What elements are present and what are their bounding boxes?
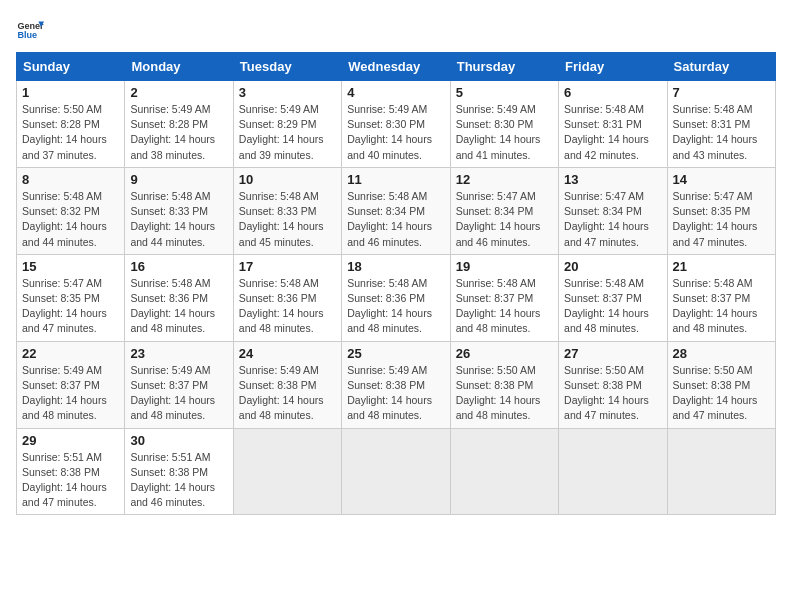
calendar-cell: 30Sunrise: 5:51 AMSunset: 8:38 PMDayligh… [125,428,233,515]
calendar-week-4: 22Sunrise: 5:49 AMSunset: 8:37 PMDayligh… [17,341,776,428]
day-number: 4 [347,85,444,100]
calendar-cell: 17Sunrise: 5:48 AMSunset: 8:36 PMDayligh… [233,254,341,341]
day-number: 8 [22,172,119,187]
calendar-cell: 24Sunrise: 5:49 AMSunset: 8:38 PMDayligh… [233,341,341,428]
page-header: General Blue [16,16,776,44]
calendar-cell [342,428,450,515]
day-number: 29 [22,433,119,448]
calendar-cell: 26Sunrise: 5:50 AMSunset: 8:38 PMDayligh… [450,341,558,428]
calendar-week-5: 29Sunrise: 5:51 AMSunset: 8:38 PMDayligh… [17,428,776,515]
calendar-table: SundayMondayTuesdayWednesdayThursdayFrid… [16,52,776,515]
day-info: Sunrise: 5:48 AMSunset: 8:31 PMDaylight:… [564,102,661,163]
day-number: 7 [673,85,770,100]
calendar-cell [450,428,558,515]
logo-icon: General Blue [16,16,44,44]
day-info: Sunrise: 5:47 AMSunset: 8:34 PMDaylight:… [564,189,661,250]
day-number: 24 [239,346,336,361]
calendar-cell: 20Sunrise: 5:48 AMSunset: 8:37 PMDayligh… [559,254,667,341]
day-info: Sunrise: 5:50 AMSunset: 8:38 PMDaylight:… [673,363,770,424]
day-number: 19 [456,259,553,274]
calendar-cell: 21Sunrise: 5:48 AMSunset: 8:37 PMDayligh… [667,254,775,341]
calendar-cell: 9Sunrise: 5:48 AMSunset: 8:33 PMDaylight… [125,167,233,254]
day-info: Sunrise: 5:48 AMSunset: 8:36 PMDaylight:… [130,276,227,337]
logo: General Blue [16,16,44,44]
day-info: Sunrise: 5:48 AMSunset: 8:37 PMDaylight:… [456,276,553,337]
day-number: 23 [130,346,227,361]
day-number: 26 [456,346,553,361]
day-info: Sunrise: 5:51 AMSunset: 8:38 PMDaylight:… [22,450,119,511]
day-number: 10 [239,172,336,187]
day-info: Sunrise: 5:49 AMSunset: 8:30 PMDaylight:… [456,102,553,163]
calendar-week-2: 8Sunrise: 5:48 AMSunset: 8:32 PMDaylight… [17,167,776,254]
calendar-cell: 16Sunrise: 5:48 AMSunset: 8:36 PMDayligh… [125,254,233,341]
day-info: Sunrise: 5:48 AMSunset: 8:33 PMDaylight:… [239,189,336,250]
column-header-sunday: Sunday [17,53,125,81]
calendar-cell: 29Sunrise: 5:51 AMSunset: 8:38 PMDayligh… [17,428,125,515]
svg-text:Blue: Blue [17,30,37,40]
calendar-cell: 6Sunrise: 5:48 AMSunset: 8:31 PMDaylight… [559,81,667,168]
calendar-cell [667,428,775,515]
day-info: Sunrise: 5:50 AMSunset: 8:28 PMDaylight:… [22,102,119,163]
day-info: Sunrise: 5:48 AMSunset: 8:34 PMDaylight:… [347,189,444,250]
day-info: Sunrise: 5:49 AMSunset: 8:28 PMDaylight:… [130,102,227,163]
day-number: 25 [347,346,444,361]
column-header-tuesday: Tuesday [233,53,341,81]
column-header-thursday: Thursday [450,53,558,81]
calendar-cell: 19Sunrise: 5:48 AMSunset: 8:37 PMDayligh… [450,254,558,341]
calendar-cell: 15Sunrise: 5:47 AMSunset: 8:35 PMDayligh… [17,254,125,341]
day-info: Sunrise: 5:48 AMSunset: 8:32 PMDaylight:… [22,189,119,250]
day-info: Sunrise: 5:47 AMSunset: 8:35 PMDaylight:… [673,189,770,250]
calendar-cell: 3Sunrise: 5:49 AMSunset: 8:29 PMDaylight… [233,81,341,168]
day-number: 22 [22,346,119,361]
day-number: 17 [239,259,336,274]
day-info: Sunrise: 5:49 AMSunset: 8:37 PMDaylight:… [22,363,119,424]
column-header-friday: Friday [559,53,667,81]
day-number: 30 [130,433,227,448]
calendar-cell [559,428,667,515]
day-info: Sunrise: 5:47 AMSunset: 8:35 PMDaylight:… [22,276,119,337]
day-number: 5 [456,85,553,100]
day-info: Sunrise: 5:51 AMSunset: 8:38 PMDaylight:… [130,450,227,511]
calendar-header-row: SundayMondayTuesdayWednesdayThursdayFrid… [17,53,776,81]
calendar-cell: 1Sunrise: 5:50 AMSunset: 8:28 PMDaylight… [17,81,125,168]
day-number: 21 [673,259,770,274]
calendar-week-3: 15Sunrise: 5:47 AMSunset: 8:35 PMDayligh… [17,254,776,341]
calendar-cell: 13Sunrise: 5:47 AMSunset: 8:34 PMDayligh… [559,167,667,254]
day-number: 6 [564,85,661,100]
calendar-cell: 23Sunrise: 5:49 AMSunset: 8:37 PMDayligh… [125,341,233,428]
calendar-cell: 5Sunrise: 5:49 AMSunset: 8:30 PMDaylight… [450,81,558,168]
calendar-cell: 27Sunrise: 5:50 AMSunset: 8:38 PMDayligh… [559,341,667,428]
day-info: Sunrise: 5:49 AMSunset: 8:38 PMDaylight:… [347,363,444,424]
calendar-cell: 22Sunrise: 5:49 AMSunset: 8:37 PMDayligh… [17,341,125,428]
day-info: Sunrise: 5:49 AMSunset: 8:38 PMDaylight:… [239,363,336,424]
day-info: Sunrise: 5:48 AMSunset: 8:37 PMDaylight:… [673,276,770,337]
day-info: Sunrise: 5:48 AMSunset: 8:33 PMDaylight:… [130,189,227,250]
day-number: 13 [564,172,661,187]
day-number: 18 [347,259,444,274]
day-number: 15 [22,259,119,274]
calendar-body: 1Sunrise: 5:50 AMSunset: 8:28 PMDaylight… [17,81,776,515]
calendar-cell: 12Sunrise: 5:47 AMSunset: 8:34 PMDayligh… [450,167,558,254]
day-info: Sunrise: 5:48 AMSunset: 8:37 PMDaylight:… [564,276,661,337]
day-info: Sunrise: 5:48 AMSunset: 8:36 PMDaylight:… [347,276,444,337]
calendar-cell: 18Sunrise: 5:48 AMSunset: 8:36 PMDayligh… [342,254,450,341]
day-info: Sunrise: 5:48 AMSunset: 8:36 PMDaylight:… [239,276,336,337]
day-info: Sunrise: 5:49 AMSunset: 8:30 PMDaylight:… [347,102,444,163]
day-info: Sunrise: 5:48 AMSunset: 8:31 PMDaylight:… [673,102,770,163]
calendar-cell: 28Sunrise: 5:50 AMSunset: 8:38 PMDayligh… [667,341,775,428]
calendar-cell: 25Sunrise: 5:49 AMSunset: 8:38 PMDayligh… [342,341,450,428]
calendar-cell: 8Sunrise: 5:48 AMSunset: 8:32 PMDaylight… [17,167,125,254]
column-header-wednesday: Wednesday [342,53,450,81]
day-info: Sunrise: 5:50 AMSunset: 8:38 PMDaylight:… [564,363,661,424]
day-number: 28 [673,346,770,361]
day-number: 3 [239,85,336,100]
day-number: 9 [130,172,227,187]
calendar-cell: 11Sunrise: 5:48 AMSunset: 8:34 PMDayligh… [342,167,450,254]
day-number: 14 [673,172,770,187]
calendar-cell: 4Sunrise: 5:49 AMSunset: 8:30 PMDaylight… [342,81,450,168]
day-number: 16 [130,259,227,274]
day-number: 27 [564,346,661,361]
calendar-cell: 10Sunrise: 5:48 AMSunset: 8:33 PMDayligh… [233,167,341,254]
calendar-cell [233,428,341,515]
column-header-monday: Monday [125,53,233,81]
